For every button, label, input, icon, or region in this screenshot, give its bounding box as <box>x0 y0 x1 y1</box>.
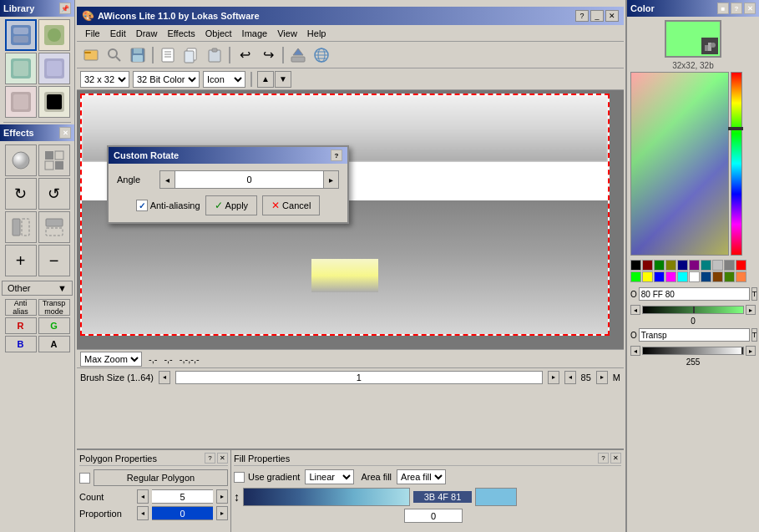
tool-rotate-right[interactable]: ↻ <box>5 178 37 210</box>
app-close-btn[interactable]: ✕ <box>605 10 619 22</box>
tb-open-btn[interactable] <box>80 44 102 66</box>
palette-aqua[interactable] <box>677 271 688 282</box>
fill-props-close-btn[interactable]: ✕ <box>610 453 621 464</box>
tool-a[interactable]: A <box>38 336 70 352</box>
angle-inc-btn[interactable]: ▸ <box>323 171 338 188</box>
regular-polygon-checkbox[interactable] <box>79 473 90 484</box>
library-pin-btn[interactable]: 📌 <box>59 3 71 14</box>
palette-navy[interactable] <box>701 271 711 282</box>
brush-right-btn[interactable]: ▸ <box>548 371 559 384</box>
menu-view[interactable]: View <box>272 27 302 40</box>
tool-b[interactable]: B <box>5 336 37 352</box>
tool-g[interactable]: G <box>38 317 70 334</box>
color-slider1-track[interactable] <box>642 306 744 314</box>
palette-olive[interactable] <box>665 260 676 271</box>
palette-yellow[interactable] <box>642 271 653 282</box>
palette-orange[interactable] <box>736 271 746 282</box>
tool-rotate-left[interactable]: ↺ <box>38 178 70 210</box>
palette-brown[interactable] <box>712 271 723 282</box>
lib-item[interactable] <box>38 86 70 118</box>
tool-remove[interactable]: − <box>38 245 70 276</box>
color-slider2-right-btn[interactable]: ▸ <box>746 346 756 356</box>
palette-black[interactable] <box>630 260 641 271</box>
color-min-btn[interactable]: ? <box>731 3 742 14</box>
zoom-select[interactable]: Max Zoom 1:1 2:1 <box>80 352 142 367</box>
menu-image[interactable]: Image <box>237 27 273 40</box>
effects-close-btn[interactable]: ✕ <box>59 127 71 139</box>
lib-item[interactable] <box>38 53 70 84</box>
palette-blue[interactable] <box>654 271 665 282</box>
other-section-header[interactable]: Other ▼ <box>2 281 73 296</box>
palette-dark-red[interactable] <box>642 260 653 271</box>
area-fill-select[interactable]: Area fill Full fill <box>397 469 446 484</box>
tb-search-btn[interactable] <box>104 44 125 66</box>
use-gradient-checkbox[interactable] <box>234 472 245 483</box>
angle-dec-btn[interactable]: ◂ <box>160 171 175 188</box>
palette-fuchsia[interactable] <box>665 271 676 282</box>
prop-left-btn[interactable]: ◂ <box>137 506 149 520</box>
palette-lime[interactable] <box>630 271 641 282</box>
palette-dark-olive[interactable] <box>724 271 735 282</box>
tb-undo-btn[interactable]: ↩ <box>234 44 256 66</box>
lib-item[interactable] <box>5 53 37 84</box>
count-right-btn[interactable]: ▸ <box>216 489 228 504</box>
tb2-up-btn[interactable]: ▲ <box>257 71 274 88</box>
tool-anti-alias[interactable]: Anti alias <box>5 299 37 316</box>
gradient-type-select[interactable]: Linear Radial Conical <box>305 469 354 484</box>
app-minimize-btn[interactable]: _ <box>590 10 604 22</box>
color-hue-slider[interactable] <box>731 72 742 256</box>
fill-props-help-btn[interactable]: ? <box>598 453 609 464</box>
brush-left-btn[interactable]: ◂ <box>159 371 170 384</box>
color-transp-t-btn[interactable]: T <box>751 328 758 342</box>
tb2-down-btn[interactable]: ▼ <box>275 71 291 88</box>
menu-file[interactable]: File <box>80 27 105 40</box>
menu-object[interactable]: Object <box>200 27 237 40</box>
polygon-props-help-btn[interactable]: ? <box>205 453 215 464</box>
color-preview-swatch[interactable] <box>665 20 721 58</box>
menu-edit[interactable]: Edit <box>105 27 131 40</box>
menu-draw[interactable]: Draw <box>131 27 163 40</box>
tool-sphere[interactable] <box>5 144 37 176</box>
color-sat-val-area[interactable] <box>630 72 729 256</box>
tb-paste-btn[interactable] <box>204 44 225 66</box>
color-slider1-right-btn[interactable]: ▸ <box>746 305 756 315</box>
angle-value-input[interactable] <box>175 175 323 185</box>
size-select[interactable]: 32 x 32 64 x 64 16 x 16 <box>80 71 129 88</box>
tb-redo-btn[interactable]: ↪ <box>257 44 279 66</box>
palette-teal[interactable] <box>701 260 711 271</box>
tool-transp-mode[interactable]: Transp mode <box>38 299 70 316</box>
polygon-props-close-btn[interactable]: ✕ <box>217 453 228 464</box>
gradient-preview[interactable] <box>243 488 410 506</box>
tb2-move-btn[interactable]: ▲ ▼ <box>257 71 291 88</box>
color-depth-select[interactable]: 32 Bit Color 24 Bit Color <box>133 71 200 88</box>
color-restore-btn[interactable]: ■ <box>717 3 729 14</box>
anti-alias-checkbox[interactable]: ✓ <box>136 200 148 211</box>
color-transp-input[interactable] <box>639 328 750 342</box>
lib-item[interactable] <box>5 19 37 51</box>
tb-save-btn[interactable] <box>127 44 149 66</box>
palette-gray[interactable] <box>724 260 735 271</box>
palette-dark-blue[interactable] <box>677 260 688 271</box>
color-slider2-track[interactable] <box>642 347 744 355</box>
palette-purple[interactable] <box>689 260 700 271</box>
lib-item[interactable] <box>5 86 37 118</box>
brush-far-left-btn[interactable]: ◂ <box>564 371 576 384</box>
menu-help[interactable]: Help <box>302 27 331 40</box>
color-close-btn[interactable]: ✕ <box>744 3 756 14</box>
tb-globe-btn[interactable] <box>311 44 332 66</box>
color-hex-t-btn[interactable]: T <box>751 287 758 301</box>
lib-item[interactable] <box>38 19 70 51</box>
brush-coord-right-btn[interactable]: ▸ <box>596 371 608 384</box>
count-left-btn[interactable]: ◂ <box>137 489 149 504</box>
tool-r[interactable]: R <box>5 317 37 334</box>
tool-pattern[interactable] <box>38 144 70 176</box>
tb-export-btn[interactable] <box>287 44 309 66</box>
palette-red[interactable] <box>736 260 746 271</box>
tool-flip-v[interactable] <box>38 211 70 243</box>
color-slider1-left-btn[interactable]: ◂ <box>630 305 640 315</box>
main-canvas[interactable]: Custom Rotate ? Angle ◂ ▸ <box>80 94 610 336</box>
fill-end-swatch[interactable] <box>475 488 517 506</box>
tool-flip-h[interactable] <box>5 211 37 243</box>
prop-right-btn[interactable]: ▸ <box>216 506 228 520</box>
cancel-button[interactable]: ✕ Cancel <box>262 195 320 215</box>
